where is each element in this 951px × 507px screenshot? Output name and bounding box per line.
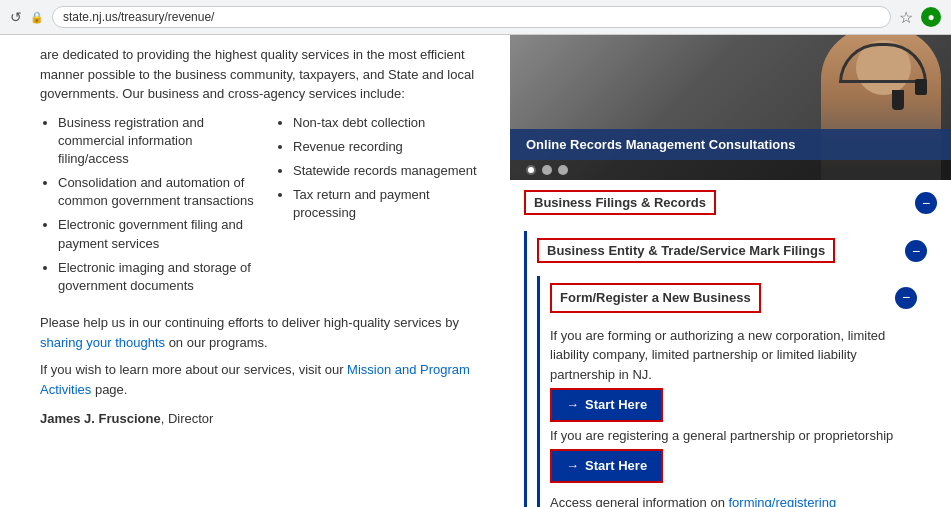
col1-list: Business registration and commercial inf… bbox=[40, 114, 255, 302]
register-text-2: If you are registering a general partner… bbox=[550, 426, 917, 446]
banner-image: Online Records Management Consultations bbox=[510, 35, 951, 180]
list-item: Statewide records management bbox=[293, 162, 490, 180]
btn-label-1: Start Here bbox=[585, 395, 647, 415]
banner-dots[interactable] bbox=[510, 160, 951, 180]
register-label: Form/Register a New Business bbox=[550, 283, 761, 313]
mission-prefix: If you wish to learn more about our serv… bbox=[40, 362, 347, 377]
page-layout: are dedicated to providing the highest q… bbox=[0, 35, 951, 507]
list-item: Tax return and payment processing bbox=[293, 186, 490, 222]
accordion-item-filings: Business Filings & Records − Business En… bbox=[510, 180, 951, 507]
sub-accordion-entity: Business Entity & Trade/Service Mark Fil… bbox=[524, 231, 937, 507]
dot-1[interactable] bbox=[526, 165, 536, 175]
reload-button[interactable]: ↺ bbox=[10, 9, 22, 25]
list-item: Non-tax debt collection bbox=[293, 114, 490, 132]
intro-text: are dedicated to providing the highest q… bbox=[40, 45, 490, 104]
list-item: Business registration and commercial inf… bbox=[58, 114, 255, 169]
right-panel: Online Records Management Consultations … bbox=[510, 35, 951, 507]
col2-list: Non-tax debt collection Revenue recordin… bbox=[275, 114, 490, 302]
bookmark-icon[interactable]: ☆ bbox=[899, 8, 913, 27]
sub-content-entity: Form/Register a New Business − If you ar… bbox=[527, 270, 937, 507]
dot-3[interactable] bbox=[558, 165, 568, 175]
headset-mic bbox=[892, 90, 904, 110]
left-panel: are dedicated to providing the highest q… bbox=[0, 35, 510, 507]
headset-left-cup bbox=[915, 79, 927, 95]
dot-2[interactable] bbox=[542, 165, 552, 175]
general-info-text: Access general information on forming/re… bbox=[550, 493, 917, 508]
banner-text-box: Online Records Management Consultations bbox=[510, 129, 951, 160]
forming-link[interactable]: forming/registering bbox=[728, 495, 836, 508]
accordion-area: Business Filings & Records − Business En… bbox=[510, 180, 951, 507]
lock-icon: 🔒 bbox=[30, 11, 44, 24]
btn-arrow-2: → bbox=[566, 456, 579, 476]
director-name: James J. Fruscione, Director bbox=[40, 409, 490, 429]
list-item: Consolidation and automation of common g… bbox=[58, 174, 255, 210]
accordion-label-filings: Business Filings & Records bbox=[524, 190, 716, 215]
start-here-btn-1[interactable]: → Start Here bbox=[550, 388, 663, 422]
sub-content-register: If you are forming or authorizing a new … bbox=[540, 320, 927, 508]
sub-header-register[interactable]: Form/Register a New Business − bbox=[540, 276, 927, 320]
general-info-prefix: Access general information on bbox=[550, 495, 728, 508]
director-title: , Director bbox=[161, 411, 214, 426]
banner-overlay: Online Records Management Consultations bbox=[510, 129, 951, 180]
btn-arrow-1: → bbox=[566, 395, 579, 415]
start-here-btn-2[interactable]: → Start Here bbox=[550, 449, 663, 483]
two-column-list: Business registration and commercial inf… bbox=[40, 114, 490, 302]
help-text-prefix: Please help us in our continuing efforts… bbox=[40, 315, 459, 330]
director-name-bold: James J. Fruscione bbox=[40, 411, 161, 426]
banner-title: Online Records Management Consultations bbox=[526, 137, 795, 152]
register-text-1: If you are forming or authorizing a new … bbox=[550, 326, 917, 385]
sub-header-entity[interactable]: Business Entity & Trade/Service Mark Fil… bbox=[527, 231, 937, 270]
browser-chrome: ↺ 🔒 state.nj.us/treasury/revenue/ ☆ ● bbox=[0, 0, 951, 35]
sharing-thoughts-link[interactable]: sharing your thoughts bbox=[40, 335, 165, 350]
help-text: Please help us in our continuing efforts… bbox=[40, 313, 490, 352]
list-item: Revenue recording bbox=[293, 138, 490, 156]
profile-icon[interactable]: ● bbox=[921, 7, 941, 27]
help-text-suffix: on our programs. bbox=[165, 335, 268, 350]
accordion-content-filings: Business Entity & Trade/Service Mark Fil… bbox=[510, 225, 951, 507]
mission-suffix: page. bbox=[91, 382, 127, 397]
list-item: Electronic imaging and storage of govern… bbox=[58, 259, 255, 295]
filings-toggle[interactable]: − bbox=[915, 192, 937, 214]
sub-accordion-register: Form/Register a New Business − If you ar… bbox=[537, 276, 927, 507]
btn-label-2: Start Here bbox=[585, 456, 647, 476]
banner: Online Records Management Consultations bbox=[510, 35, 951, 180]
url-bar[interactable]: state.nj.us/treasury/revenue/ bbox=[52, 6, 891, 28]
mission-text: If you wish to learn more about our serv… bbox=[40, 360, 490, 399]
accordion-header-filings[interactable]: Business Filings & Records − bbox=[510, 180, 951, 225]
filings-label: Business Filings & Records bbox=[524, 190, 716, 215]
list-item: Electronic government filing and payment… bbox=[58, 216, 255, 252]
register-toggle[interactable]: − bbox=[895, 287, 917, 309]
entity-toggle[interactable]: − bbox=[905, 240, 927, 262]
entity-label: Business Entity & Trade/Service Mark Fil… bbox=[537, 238, 835, 263]
